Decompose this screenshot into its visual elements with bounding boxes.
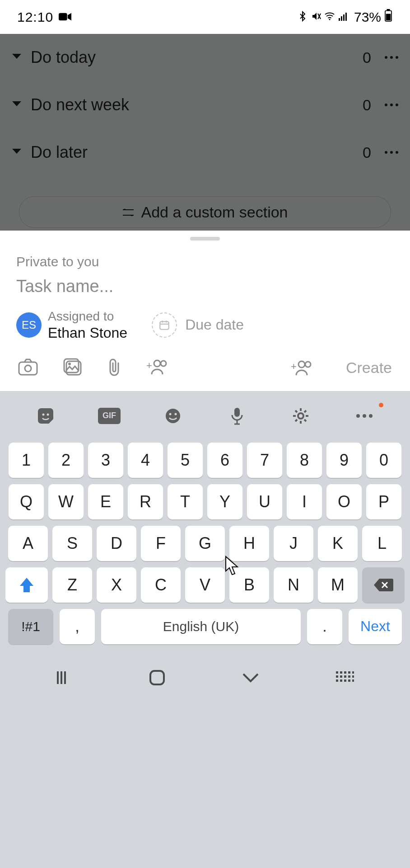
key-r[interactable]: R: [128, 484, 163, 519]
sticker-icon[interactable]: [32, 405, 59, 427]
add-collaborator-icon[interactable]: +: [146, 359, 168, 377]
add-collaborator-icon-secondary[interactable]: +: [291, 360, 312, 376]
key-7[interactable]: 7: [247, 443, 282, 478]
svg-rect-8: [386, 14, 391, 21]
emoji-icon[interactable]: [159, 405, 186, 427]
due-date-button[interactable]: Due date: [152, 312, 244, 338]
key-m[interactable]: M: [318, 567, 358, 603]
key-x[interactable]: X: [97, 567, 136, 603]
add-custom-section-button[interactable]: Add a custom section: [19, 196, 391, 228]
key-4[interactable]: 4: [128, 443, 163, 478]
soft-keyboard: GIF 1234567890 QWERTYUIOP ASDFGHJK: [0, 391, 410, 868]
key-2[interactable]: 2: [48, 443, 84, 478]
keyboard-switch-icon[interactable]: [336, 671, 354, 686]
more-icon[interactable]: [385, 151, 398, 154]
key-h[interactable]: H: [229, 526, 269, 561]
section-row[interactable]: Do later 0: [0, 129, 410, 176]
key-1[interactable]: 1: [9, 443, 44, 478]
camera-icon[interactable]: [18, 359, 38, 377]
key-5[interactable]: 5: [168, 443, 203, 478]
key-6[interactable]: 6: [207, 443, 242, 478]
status-time: 12:10: [17, 9, 53, 25]
space-key[interactable]: English (UK): [101, 609, 301, 644]
key-l[interactable]: L: [362, 526, 402, 561]
key-a[interactable]: A: [8, 526, 48, 561]
assignee-chip[interactable]: ES Assigned to Ethan Stone: [16, 309, 127, 341]
svg-point-28: [298, 413, 303, 419]
key-3[interactable]: 3: [88, 443, 123, 478]
key-v[interactable]: V: [185, 567, 225, 603]
svg-point-1: [329, 19, 330, 20]
key-s[interactable]: S: [52, 526, 92, 561]
next-key[interactable]: Next: [349, 609, 402, 644]
key-q[interactable]: Q: [9, 484, 44, 519]
backspace-key[interactable]: [362, 567, 405, 603]
calendar-icon: [152, 312, 177, 338]
wifi-icon: [324, 9, 335, 25]
back-hide-keyboard-icon[interactable]: [242, 672, 260, 685]
microphone-icon[interactable]: [224, 405, 251, 427]
svg-rect-0: [59, 13, 67, 20]
key-t[interactable]: T: [168, 484, 203, 519]
svg-rect-5: [345, 13, 347, 21]
svg-point-30: [363, 414, 366, 418]
more-icon[interactable]: [385, 104, 398, 106]
svg-rect-4: [343, 14, 345, 21]
key-p[interactable]: P: [366, 484, 401, 519]
svg-point-24: [166, 409, 180, 423]
home-icon[interactable]: [149, 669, 166, 688]
key-b[interactable]: B: [229, 567, 269, 603]
key-g[interactable]: G: [185, 526, 225, 561]
svg-rect-27: [234, 408, 240, 417]
attachment-icon[interactable]: [107, 358, 121, 378]
key-8[interactable]: 8: [287, 443, 322, 478]
key-k[interactable]: K: [318, 526, 358, 561]
gif-icon[interactable]: GIF: [96, 405, 123, 427]
gallery-icon[interactable]: [63, 358, 82, 378]
key-y[interactable]: Y: [207, 484, 242, 519]
svg-point-23: [47, 413, 49, 415]
key-j[interactable]: J: [274, 526, 313, 561]
key-f[interactable]: F: [141, 526, 181, 561]
key-i[interactable]: I: [287, 484, 322, 519]
section-row[interactable]: Do today 0: [0, 34, 410, 81]
key-n[interactable]: N: [274, 567, 313, 603]
svg-rect-40: [344, 675, 346, 678]
more-icon[interactable]: [351, 405, 378, 427]
period-key[interactable]: .: [307, 609, 342, 644]
svg-point-29: [356, 414, 360, 418]
section-count: 0: [363, 49, 371, 66]
key-9[interactable]: 9: [326, 443, 362, 478]
chevron-down-icon: [12, 53, 22, 61]
key-d[interactable]: D: [97, 526, 136, 561]
svg-point-20: [305, 362, 311, 367]
privacy-label: Private to you: [0, 241, 410, 274]
key-w[interactable]: W: [48, 484, 84, 519]
svg-rect-39: [340, 675, 342, 678]
key-z[interactable]: Z: [52, 567, 92, 603]
key-0[interactable]: 0: [366, 443, 401, 478]
svg-point-17: [161, 361, 166, 366]
svg-point-31: [369, 414, 373, 418]
shift-key[interactable]: [5, 567, 48, 603]
task-name-input[interactable]: Task name...: [0, 274, 410, 306]
video-recording-icon: [59, 9, 71, 25]
settings-icon[interactable]: [287, 405, 314, 427]
svg-rect-2: [339, 18, 340, 21]
symbols-key[interactable]: !#1: [8, 609, 53, 644]
key-o[interactable]: O: [326, 484, 362, 519]
create-button[interactable]: Create: [346, 359, 392, 377]
svg-point-22: [42, 413, 44, 415]
key-e[interactable]: E: [88, 484, 123, 519]
comma-key[interactable]: ,: [60, 609, 95, 644]
signal-icon: [338, 9, 349, 25]
chevron-down-icon: [12, 101, 22, 109]
sheet-handle[interactable]: [190, 237, 220, 241]
more-icon[interactable]: [385, 56, 398, 59]
key-u[interactable]: U: [247, 484, 282, 519]
svg-rect-46: [348, 679, 350, 682]
svg-point-19: [298, 361, 305, 368]
recent-apps-icon[interactable]: [56, 670, 72, 687]
key-c[interactable]: C: [141, 567, 181, 603]
section-row[interactable]: Do next week 0: [0, 81, 410, 129]
